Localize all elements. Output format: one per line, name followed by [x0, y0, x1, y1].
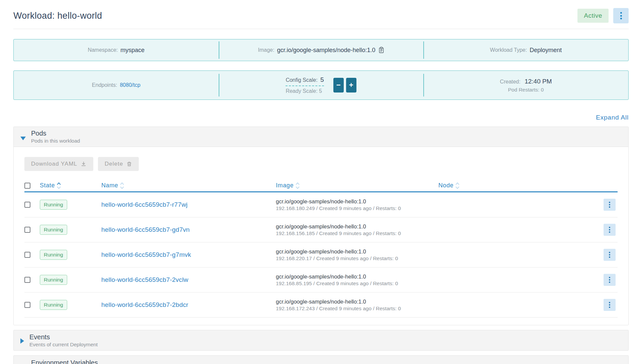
expand-all-link[interactable]: Expand All [596, 114, 629, 121]
state-badge: Running [40, 300, 67, 310]
state-badge: Running [40, 225, 67, 235]
download-icon [81, 161, 87, 167]
kebab-icon [609, 302, 610, 303]
endpoint-link[interactable]: 8080/tcp [120, 82, 140, 88]
workload-menu-button[interactable] [613, 8, 629, 23]
column-header-name[interactable]: Name [101, 182, 276, 189]
pod-name-link[interactable]: hello-world-6cc5659cb7-gd7vn [101, 226, 276, 233]
events-section-header[interactable]: Events Events of current Deployment [14, 330, 628, 350]
endpoints-label: Endpoints: [92, 82, 117, 88]
created-value: 12:40 PM [525, 78, 552, 85]
ready-scale: Ready Scale: 5 [286, 88, 324, 94]
page-title: Workload: hello-world [13, 11, 102, 21]
download-yaml-button[interactable]: Download YAML [24, 157, 93, 171]
pod-row: Running hello-world-6cc5659cb7-r77wj gcr… [24, 192, 618, 217]
sort-icon [456, 183, 459, 188]
pod-image: gcr.io/google-samples/node-hello:1.0 [276, 223, 438, 230]
row-checkbox[interactable] [24, 227, 30, 233]
download-yaml-label: Download YAML [31, 161, 77, 167]
copy-image-icon[interactable] [379, 47, 384, 53]
namespace-field: Namespace: myspace [14, 39, 219, 61]
expand-triangle-icon [20, 338, 24, 344]
events-section: Events Events of current Deployment [13, 330, 629, 351]
header-actions: Active [577, 8, 629, 23]
pod-name-link[interactable]: hello-world-6cc5659cb7-2bdcr [101, 301, 276, 309]
sort-icon [58, 183, 60, 188]
pod-restarts: Pod Restarts: 0 [508, 87, 544, 93]
column-header-node[interactable]: Node [438, 182, 590, 189]
pod-row: Running hello-world-6cc5659cb7-2vclw gcr… [24, 267, 618, 293]
pod-name-link[interactable]: hello-world-6cc5659cb7-r77wj [101, 201, 276, 208]
pod-menu-button[interactable] [604, 299, 616, 311]
pods-table: State Name Image [24, 180, 618, 318]
pods-section-title: Pods [31, 130, 80, 137]
environment-variables-section: Environment Variables [13, 355, 629, 364]
pod-row: Running hello-world-6cc5659cb7-gd7vn gcr… [24, 217, 618, 242]
image-field: Image: gcr.io/google-samples/node-hello:… [219, 39, 424, 61]
workload-detail-page: Workload: hello-world Active Namespace: … [0, 0, 642, 364]
pod-row: Running hello-world-6cc5659cb7-2bdcr gcr… [24, 293, 618, 318]
pods-bulk-actions: Download YAML Delete [24, 157, 618, 171]
summary-banner-bottom: Endpoints: 8080/tcp Config Scale: 5 Read… [13, 70, 629, 100]
workload-type-field: Workload Type: Deployment [423, 39, 628, 61]
image-value: gcr.io/google-samples/node-hello:1.0 [277, 47, 375, 54]
page-header: Workload: hello-world Active [13, 0, 629, 29]
scale-decrease-button[interactable]: − [333, 78, 344, 93]
sort-icon [296, 183, 299, 188]
row-checkbox[interactable] [24, 302, 30, 308]
select-all-checkbox[interactable] [24, 183, 30, 189]
pod-image: gcr.io/google-samples/node-hello:1.0 [276, 274, 438, 280]
row-checkbox[interactable] [24, 252, 30, 258]
namespace-value: myspace [120, 47, 144, 54]
pod-details: 192.168.172.243 / Created 9 minutes ago … [276, 306, 438, 312]
pod-details: 192.168.156.185 / Created 9 minutes ago … [276, 230, 438, 236]
pod-row: Running hello-world-6cc5659cb7-g7mvk gcr… [24, 242, 618, 267]
kebab-icon [609, 202, 610, 203]
pod-image: gcr.io/google-samples/node-hello:1.0 [276, 299, 438, 305]
delete-button[interactable]: Delete [98, 157, 139, 171]
trash-icon [126, 161, 132, 167]
pod-name-link[interactable]: hello-world-6cc5659cb7-2vclw [101, 276, 276, 284]
delete-label: Delete [105, 161, 123, 167]
pod-menu-button[interactable] [604, 274, 616, 286]
status-badge: Active [577, 9, 609, 23]
namespace-label: Namespace: [88, 47, 118, 53]
state-badge: Running [40, 250, 67, 260]
scale-increase-button[interactable]: + [346, 78, 356, 93]
pod-name-link[interactable]: hello-world-6cc5659cb7-g7mvk [101, 251, 276, 258]
row-checkbox[interactable] [24, 202, 30, 208]
config-scale-value: 5 [320, 76, 324, 83]
pod-image: gcr.io/google-samples/node-hello:1.0 [276, 198, 438, 205]
events-section-title: Events [29, 333, 98, 341]
environment-variables-header[interactable]: Environment Variables [14, 356, 628, 364]
sort-icon [121, 183, 123, 188]
created-label: Created: [500, 79, 520, 84]
workload-type-value: Deployment [530, 47, 562, 54]
kebab-icon [609, 277, 610, 278]
workload-type-label: Workload Type: [490, 47, 527, 53]
scale-field: Config Scale: 5 Ready Scale: 5 − + [219, 71, 424, 100]
state-badge: Running [40, 275, 67, 285]
pod-menu-button[interactable] [604, 199, 616, 211]
pods-section-header[interactable]: Pods Pods in this workload [14, 127, 628, 147]
config-scale: Config Scale: 5 [286, 76, 324, 86]
image-label: Image: [258, 47, 274, 53]
pod-details: 192.168.85.195 / Created 9 minutes ago /… [276, 281, 438, 287]
pods-section: Pods Pods in this workload Download YAML… [13, 127, 629, 325]
column-header-state[interactable]: State [40, 182, 101, 189]
row-checkbox[interactable] [24, 277, 30, 283]
pod-menu-button[interactable] [604, 249, 616, 261]
environment-variables-title: Environment Variables [31, 359, 98, 364]
pod-details: 192.168.220.17 / Created 9 minutes ago /… [276, 255, 438, 261]
pods-table-header: State Name Image [24, 180, 618, 192]
column-header-image[interactable]: Image [276, 182, 438, 189]
expand-all-row: Expand All [13, 114, 629, 121]
kebab-icon [620, 12, 622, 14]
pod-image: gcr.io/google-samples/node-hello:1.0 [276, 248, 438, 255]
endpoints-field: Endpoints: 8080/tcp [14, 71, 219, 100]
config-scale-label: Config Scale: [286, 77, 317, 83]
pods-section-body: Download YAML Delete [14, 147, 628, 325]
pod-menu-button[interactable] [604, 224, 616, 236]
created-field: Created: 12:40 PM Pod Restarts: 0 [423, 71, 628, 100]
pod-details: 192.168.180.249 / Created 9 minutes ago … [276, 205, 438, 211]
